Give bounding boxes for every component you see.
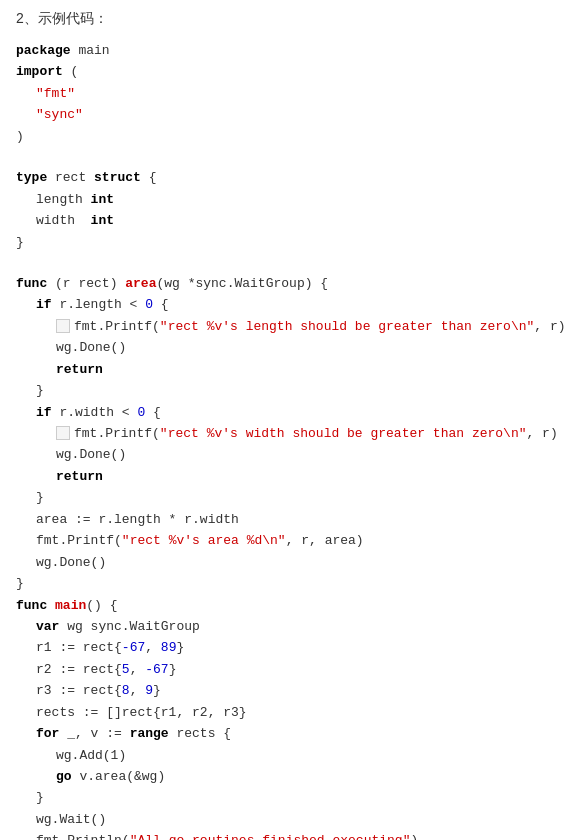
code-token: (r rect) [47, 273, 125, 294]
code-line: func main() { [16, 595, 562, 616]
code-token: length [36, 189, 91, 210]
code-line: } [16, 232, 562, 253]
code-token: for [36, 723, 59, 744]
code-token: ( [63, 61, 79, 82]
code-token: , [130, 680, 146, 701]
code-token: 0 [145, 294, 153, 315]
code-line: return [16, 466, 562, 487]
code-token: "rect %v's length should be greater than… [160, 316, 534, 337]
code-token: ) [410, 830, 418, 840]
code-token: 0 [137, 402, 145, 423]
code-token: wg.Done() [56, 444, 126, 465]
code-token: fmt.Printf( [74, 316, 160, 337]
code-line: fmt.Printf("rect %v's length should be g… [16, 316, 562, 337]
code-token: return [56, 359, 103, 380]
code-line: } [16, 380, 562, 401]
code-token: main [55, 595, 86, 616]
code-line: rects := []rect{r1, r2, r3} [16, 702, 562, 723]
code-token: var [36, 616, 59, 637]
code-line: import ( [16, 61, 562, 82]
code-token: } [153, 680, 161, 701]
code-line [16, 147, 562, 167]
code-line: wg.Add(1) [16, 745, 562, 766]
code-line: go v.area(&wg) [16, 766, 562, 787]
code-token: wg sync.WaitGroup [59, 616, 199, 637]
code-token: 8 [122, 680, 130, 701]
code-token: type [16, 167, 47, 188]
code-token: { [141, 167, 157, 188]
code-line: wg.Done() [16, 552, 562, 573]
code-block: package mainimport ("fmt""sync")type rec… [16, 36, 562, 840]
code-token: } [36, 787, 44, 808]
code-token: wg.Done() [56, 337, 126, 358]
code-token: area [125, 273, 156, 294]
code-line: return [16, 359, 562, 380]
code-token: } [176, 637, 184, 658]
code-token: v.area(&wg) [72, 766, 166, 787]
code-token: -67 [122, 637, 145, 658]
code-token: , r) [527, 423, 558, 444]
code-line: fmt.Printf("rect %v's width should be gr… [16, 423, 562, 444]
code-token: fmt.Printf( [36, 530, 122, 551]
code-token: import [16, 61, 63, 82]
code-line: fmt.Printf("rect %v's area %d\n", r, are… [16, 530, 562, 551]
section-title: 2、示例代码： [16, 10, 562, 28]
code-line: r2 := rect{5, -67} [16, 659, 562, 680]
code-token: wg.Add(1) [56, 745, 126, 766]
code-token: "fmt" [36, 83, 75, 104]
code-token: func [16, 595, 47, 616]
code-line: width int [16, 210, 562, 231]
code-line: length int [16, 189, 562, 210]
code-token: } [16, 573, 24, 594]
checkbox[interactable] [56, 319, 70, 333]
code-token: } [169, 659, 177, 680]
code-token: r1 := rect{ [36, 637, 122, 658]
code-token: r2 := rect{ [36, 659, 122, 680]
code-line: wg.Wait() [16, 809, 562, 830]
code-token: wg.Done() [36, 552, 106, 573]
code-token: struct [94, 167, 141, 188]
code-token: , r) [534, 316, 565, 337]
code-token: width [36, 210, 91, 231]
code-token: rect [47, 167, 94, 188]
code-line: if r.width < 0 { [16, 402, 562, 423]
checkbox[interactable] [56, 426, 70, 440]
code-token: r3 := rect{ [36, 680, 122, 701]
code-line: type rect struct { [16, 167, 562, 188]
code-token: main [71, 40, 110, 61]
code-token: "sync" [36, 104, 83, 125]
code-token: "All go routines finished executing" [130, 830, 411, 840]
code-token: "rect %v's area %d\n" [122, 530, 286, 551]
code-token: 9 [145, 680, 153, 701]
code-line [16, 253, 562, 273]
code-token: 5 [122, 659, 130, 680]
code-line: wg.Done() [16, 444, 562, 465]
code-token: { [153, 294, 169, 315]
code-line: area := r.length * r.width [16, 509, 562, 530]
code-line: } [16, 787, 562, 808]
code-token: } [16, 232, 24, 253]
code-token: func [16, 273, 47, 294]
code-line: package main [16, 40, 562, 61]
code-line: } [16, 573, 562, 594]
code-line: "fmt" [16, 83, 562, 104]
code-token: return [56, 466, 103, 487]
code-token: fmt.Printf( [74, 423, 160, 444]
code-token: int [91, 189, 114, 210]
code-token: area := r.length * r.width [36, 509, 239, 530]
code-line: if r.length < 0 { [16, 294, 562, 315]
code-token: fmt.Println( [36, 830, 130, 840]
code-token [47, 595, 55, 616]
code-token: } [36, 380, 44, 401]
code-line: wg.Done() [16, 337, 562, 358]
code-token: , [130, 659, 146, 680]
code-token: () { [86, 595, 117, 616]
code-token: package [16, 40, 71, 61]
code-line: "sync" [16, 104, 562, 125]
code-token: range [130, 723, 169, 744]
code-token: r.length < [52, 294, 146, 315]
code-token: _, v := [59, 723, 129, 744]
code-token: (wg *sync.WaitGroup) { [156, 273, 328, 294]
code-line: var wg sync.WaitGroup [16, 616, 562, 637]
code-token: , r, area) [286, 530, 364, 551]
